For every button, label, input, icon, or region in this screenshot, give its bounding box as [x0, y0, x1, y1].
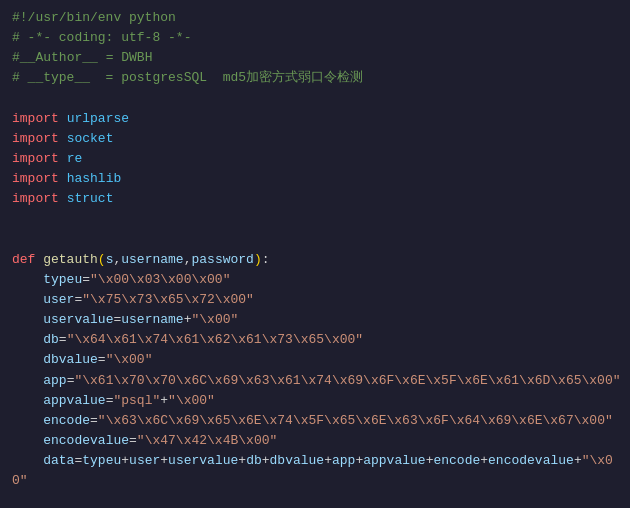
line-shebang: #!/usr/bin/env python	[12, 8, 618, 28]
line-appvalue: appvalue="psql"+"\x00"	[12, 391, 618, 411]
line-import5: import struct	[12, 189, 618, 209]
line-app: app="\x61\x70\x70\x6C\x69\x63\x61\x74\x6…	[12, 371, 618, 391]
line-uservalue: uservalue=username+"\x00"	[12, 310, 618, 330]
line-import4: import hashlib	[12, 169, 618, 189]
code-editor: #!/usr/bin/env python # -*- coding: utf-…	[0, 0, 630, 508]
line-encodevalue: encodevalue="\x47\x42\x4B\x00"	[12, 431, 618, 451]
line-type: # __type__ = postgresSQL md5加密方式弱口令检测	[12, 68, 618, 88]
line-typeu: typeu="\x00\x03\x00\x00"	[12, 270, 618, 290]
line-def: def getauth(s,username,password):	[12, 250, 618, 270]
line-import2: import socket	[12, 129, 618, 149]
line-author: #__Author__ = DWBH	[12, 48, 618, 68]
line-blank2	[12, 209, 618, 229]
line-blank3	[12, 230, 618, 250]
line-blank4	[12, 491, 618, 508]
line-dbvalue: dbvalue="\x00"	[12, 350, 618, 370]
line-user: user="\x75\x73\x65\x72\x00"	[12, 290, 618, 310]
line-import1: import urlparse	[12, 109, 618, 129]
line-encode: encode="\x63\x6C\x69\x65\x6E\x74\x5F\x65…	[12, 411, 618, 431]
line-db: db="\x64\x61\x74\x61\x62\x61\x73\x65\x00…	[12, 330, 618, 350]
line-data: data=typeu+user+uservalue+db+dbvalue+app…	[12, 451, 618, 471]
line-blank1	[12, 89, 618, 109]
line-data2: 0"	[12, 471, 618, 491]
line-coding: # -*- coding: utf-8 -*-	[12, 28, 618, 48]
line-import3: import re	[12, 149, 618, 169]
